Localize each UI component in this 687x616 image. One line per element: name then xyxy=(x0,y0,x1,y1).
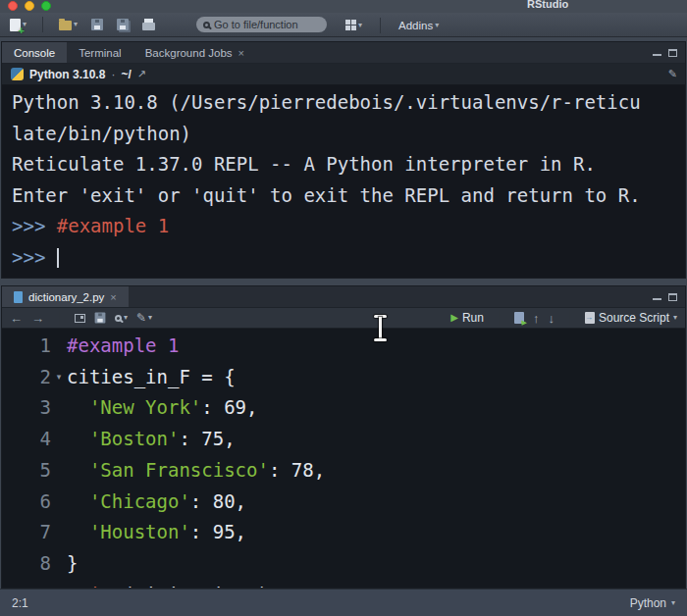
working-directory[interactable]: ~/ xyxy=(121,68,131,81)
forward-button[interactable]: → xyxy=(31,312,44,325)
main-toolbar: ▾ ▾ ▾ Addins ▾ xyxy=(0,13,687,37)
console-header: Python 3.10.8 · ~/ ↗ ✎ xyxy=(2,64,685,85)
code-editor[interactable]: 1#example 12▾cities_in_F = {3 'New York'… xyxy=(2,329,685,588)
python-icon xyxy=(11,68,24,80)
chevron-down-icon: ▾ xyxy=(124,314,128,322)
toolbar-separator xyxy=(380,18,381,33)
mouse-ibeam-cursor xyxy=(373,315,388,341)
maximize-pane-icon[interactable] xyxy=(668,293,677,301)
header-separator: · xyxy=(111,68,115,81)
source-script-label: Source Script xyxy=(599,311,669,325)
open-file-button[interactable]: ▾ xyxy=(55,17,81,32)
run-previous-section-button[interactable]: ↑ xyxy=(533,312,540,325)
goto-file-search[interactable] xyxy=(196,17,327,32)
find-replace-button[interactable]: ▾ xyxy=(115,314,128,322)
pane-window-controls xyxy=(653,42,677,64)
minimize-window-button[interactable] xyxy=(25,1,34,11)
chevron-down-icon: ▾ xyxy=(148,314,152,322)
console-tabbar: ConsoleTerminalBackground Jobs× xyxy=(2,42,685,64)
code-line: 2▾cities_in_F = { xyxy=(2,362,685,393)
rerun-previous-button[interactable] xyxy=(514,312,524,324)
source-editor-pane: dictionary_2.py × ← → ▾ ✎ ▾ ▶ Run xyxy=(1,285,686,589)
console-tab-console[interactable]: Console xyxy=(2,42,67,63)
minimize-pane-icon[interactable] xyxy=(653,54,661,56)
line-number: 3 xyxy=(2,392,51,424)
line-number: 6 xyxy=(2,487,51,518)
fold-gutter xyxy=(51,548,67,580)
source-script-button[interactable]: Source Script ▾ xyxy=(585,311,677,325)
code-line: 8} xyxy=(2,548,685,580)
back-button[interactable]: ← xyxy=(10,312,23,325)
search-icon xyxy=(203,22,210,28)
maximize-pane-icon[interactable] xyxy=(668,49,677,57)
print-icon xyxy=(142,23,155,30)
goto-file-input[interactable] xyxy=(214,19,317,30)
toolbar-separator xyxy=(569,310,570,326)
window-title: RStudio xyxy=(527,0,568,10)
code-line: 9print(cities_in_F) xyxy=(2,580,685,588)
tab-label: Console xyxy=(14,47,55,59)
save-icon xyxy=(91,19,103,30)
console-output[interactable]: Python 3.10.8 (/Users/pierredebois/.virt… xyxy=(2,85,685,278)
tab-label: Terminal xyxy=(79,47,121,59)
toolbar-separator xyxy=(42,17,43,32)
fold-gutter xyxy=(51,392,67,424)
code-line: 4 'Boston': 75, xyxy=(2,424,685,455)
source-icon xyxy=(585,312,595,324)
toolbar-separator xyxy=(59,310,60,326)
code-tools-button[interactable]: ✎ ▾ xyxy=(136,312,152,324)
cursor-position[interactable]: 2:1 xyxy=(12,596,28,610)
show-in-new-window-button[interactable] xyxy=(75,314,85,323)
new-file-button[interactable]: ▾ xyxy=(6,17,30,33)
goto-directory-icon[interactable]: ↗ xyxy=(137,68,146,80)
new-file-icon xyxy=(10,19,21,31)
line-number: 4 xyxy=(2,424,51,455)
chevron-down-icon: ▾ xyxy=(358,22,362,29)
pencil-icon[interactable]: ✎ xyxy=(668,68,677,80)
line-number: 1 xyxy=(2,331,51,362)
code-line: 6 'Chicago': 80, xyxy=(2,487,685,518)
pane-layout-icon xyxy=(345,20,356,30)
addins-button[interactable]: Addins ▾ xyxy=(395,18,443,33)
run-next-section-button[interactable]: ↓ xyxy=(548,312,555,325)
editor-tab-label: dictionary_2.py xyxy=(28,291,104,303)
pane-window-controls xyxy=(653,286,677,308)
save-all-button[interactable] xyxy=(113,17,132,32)
fold-toggle-icon[interactable]: ▾ xyxy=(51,362,67,393)
console-line: Reticulate 1.37.0 REPL -- A Python inter… xyxy=(12,149,675,180)
code-line: 1#example 1 xyxy=(2,331,685,362)
fold-gutter xyxy=(51,455,67,487)
close-window-button[interactable] xyxy=(8,1,18,11)
line-number: 2 xyxy=(2,362,51,393)
fold-gutter xyxy=(51,580,67,588)
print-button[interactable] xyxy=(138,17,159,32)
line-number: 8 xyxy=(2,548,51,580)
editor-toolbar: ← → ▾ ✎ ▾ ▶ Run ↑ ↓ Source Script ▾ xyxy=(2,308,685,329)
zoom-window-button[interactable] xyxy=(41,1,51,11)
line-number: 5 xyxy=(2,455,51,487)
editor-tab-dictionary-2[interactable]: dictionary_2.py × xyxy=(2,286,129,307)
save-button[interactable] xyxy=(87,17,107,32)
pane-layout-button[interactable]: ▾ xyxy=(342,18,366,32)
code-line: 7 'Houston': 95, xyxy=(2,517,685,548)
chevron-down-icon: ▾ xyxy=(673,314,677,322)
chevron-down-icon: ▾ xyxy=(435,22,439,29)
chevron-down-icon: ▾ xyxy=(671,599,675,607)
code-line: 5 'San Franscisco': 78, xyxy=(2,455,685,487)
close-tab-icon[interactable]: × xyxy=(238,47,244,59)
minimize-pane-icon[interactable] xyxy=(653,298,661,300)
language-selector[interactable]: Python ▾ xyxy=(630,596,675,610)
statusbar: 2:1 Python ▾ xyxy=(0,589,687,616)
fold-gutter xyxy=(51,487,67,518)
open-folder-icon xyxy=(59,21,72,30)
code-line: 3 'New York': 69, xyxy=(2,392,685,424)
text-caret xyxy=(57,248,59,268)
console-tab-background-jobs[interactable]: Background Jobs× xyxy=(133,42,256,63)
console-tab-terminal[interactable]: Terminal xyxy=(67,42,132,63)
save-document-button[interactable] xyxy=(95,313,106,324)
titlebar: RStudio xyxy=(0,0,687,13)
close-tab-icon[interactable]: × xyxy=(110,291,116,303)
run-button[interactable]: ▶ Run xyxy=(450,311,484,325)
fold-gutter xyxy=(51,424,67,455)
fold-gutter xyxy=(51,331,67,362)
